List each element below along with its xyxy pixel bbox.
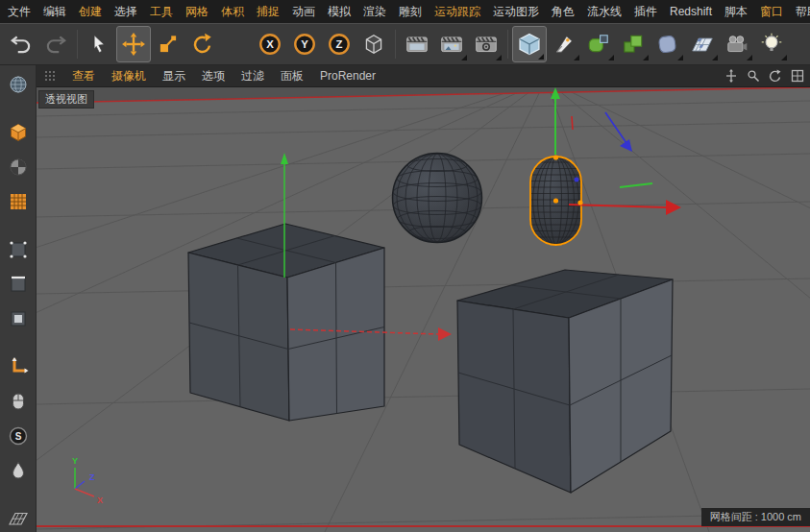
- render-picture-viewer-button[interactable]: [434, 26, 469, 62]
- move-tool-button[interactable]: [116, 26, 151, 62]
- menu-item-tools[interactable]: 工具: [150, 4, 173, 20]
- menu-item-window[interactable]: 窗口: [760, 4, 783, 20]
- menu-item-snap[interactable]: 捕捉: [257, 4, 280, 20]
- undo-button[interactable]: [4, 26, 38, 62]
- model-mode-button[interactable]: [2, 117, 35, 148]
- y-axis-lock-button[interactable]: Y: [287, 26, 322, 62]
- polygons-mode-icon: [7, 307, 30, 330]
- pen-tool-button[interactable]: [547, 26, 581, 62]
- polygons-mode-button[interactable]: [2, 303, 35, 334]
- x-axis-lock-button[interactable]: X: [253, 26, 287, 62]
- cube-object-right[interactable]: [457, 270, 673, 493]
- points-mode-button[interactable]: [2, 234, 35, 265]
- toggle-views-button[interactable]: [789, 67, 806, 85]
- menu-item-render[interactable]: 渲染: [363, 4, 386, 20]
- cube-primitive-icon: [516, 31, 543, 58]
- menu-item-pipeline[interactable]: 流水线: [587, 4, 622, 20]
- menu-item-script[interactable]: 脚本: [724, 4, 748, 20]
- menu-item-volume[interactable]: 体积: [221, 4, 244, 20]
- left-toolbar: S: [0, 65, 37, 532]
- viewport: 查看 摄像机 显示 选项 过滤 面板 ProRender: [37, 65, 810, 532]
- viewport-menu-cameras[interactable]: 摄像机: [111, 68, 146, 85]
- gizmo-handle-top: [553, 155, 558, 159]
- viewport-menu-grip-icon[interactable]: [44, 70, 56, 82]
- generators-icon: [621, 32, 646, 57]
- make-editable-button[interactable]: [2, 69, 35, 100]
- viewport-menu-filter[interactable]: 过滤: [241, 68, 264, 85]
- cube-object-left[interactable]: [188, 224, 384, 421]
- render-view-button[interactable]: [400, 26, 434, 62]
- menu-item-select[interactable]: 选择: [114, 4, 137, 20]
- subdivision-surface-button[interactable]: [581, 26, 616, 62]
- coordinate-system-button[interactable]: [356, 26, 391, 62]
- menu-item-simulate[interactable]: 模拟: [328, 4, 351, 20]
- z-axis-lock-button[interactable]: Z: [322, 26, 356, 62]
- menu-item-mesh[interactable]: 网格: [185, 4, 209, 20]
- viewport-filter-button[interactable]: [2, 386, 35, 417]
- edges-mode-icon: [7, 273, 30, 296]
- render-picture-viewer-icon: [439, 32, 464, 57]
- rotate-view-button[interactable]: [767, 67, 784, 85]
- pan-view-button[interactable]: [723, 67, 740, 85]
- ground-grid: [37, 87, 810, 532]
- scale-tool-icon: [156, 32, 181, 57]
- viewport-canvas[interactable]: 透视视图 网格间距 : 1000 cm: [37, 87, 810, 532]
- add-cube-button[interactable]: [512, 26, 547, 62]
- z-lock-icon: Z: [327, 32, 352, 57]
- pen-spline-icon: [552, 32, 577, 57]
- viewport-filter-icon: [7, 390, 30, 413]
- menu-item-extensions[interactable]: 插件: [634, 4, 657, 20]
- model-mode-icon: [7, 121, 30, 144]
- toolbar-separator: [507, 30, 508, 59]
- scale-tool-button[interactable]: [151, 26, 185, 62]
- toolbar-separator: [77, 30, 78, 59]
- sphere-object[interactable]: [393, 154, 482, 243]
- viewport-menu-options[interactable]: 选项: [202, 68, 225, 85]
- redo-button[interactable]: [38, 26, 73, 62]
- enable-axis-button[interactable]: [2, 351, 35, 382]
- workplane-mode-icon: [7, 190, 30, 213]
- points-mode-icon: [7, 238, 30, 261]
- menu-item-edit[interactable]: 编辑: [43, 4, 66, 20]
- rotate-tool-button[interactable]: [185, 26, 220, 62]
- deformers-button[interactable]: [650, 26, 685, 62]
- viewport-menu-display[interactable]: 显示: [162, 68, 185, 85]
- edges-mode-button[interactable]: [2, 269, 35, 300]
- gizmo-handle-center: [553, 198, 558, 203]
- viewport-menu-prorender[interactable]: ProRender: [320, 69, 376, 83]
- menu-item-redshift[interactable]: Redshift: [670, 5, 712, 18]
- toolbar-separator: [395, 30, 396, 59]
- axis-x-label: X: [97, 496, 103, 505]
- viewport-menu-bar: 查看 摄像机 显示 选项 过滤 面板 ProRender: [37, 65, 810, 87]
- scene-canvas[interactable]: Y Z X: [37, 87, 810, 532]
- menu-item-help[interactable]: 帮助: [796, 4, 810, 20]
- render-view-icon: [405, 32, 430, 57]
- menu-item-create[interactable]: 创建: [79, 4, 102, 20]
- viewport-menu-panel[interactable]: 面板: [281, 68, 304, 85]
- zoom-view-icon: [747, 69, 760, 83]
- workplane-mode-button[interactable]: [2, 186, 35, 217]
- camera-button[interactable]: [720, 26, 754, 62]
- menu-item-motion-tracker[interactable]: 运动跟踪: [434, 4, 480, 20]
- y-lock-icon: Y: [292, 32, 317, 57]
- viewport-menu-view[interactable]: 查看: [72, 68, 95, 85]
- menu-item-animate[interactable]: 动画: [292, 4, 315, 20]
- snapping-button[interactable]: S: [2, 421, 35, 451]
- menu-item-sculpt[interactable]: 雕刻: [399, 4, 422, 20]
- environment-button[interactable]: [685, 26, 720, 62]
- zoom-view-button[interactable]: [745, 67, 762, 85]
- menu-item-mograph[interactable]: 运动图形: [493, 4, 539, 20]
- texture-mode-button[interactable]: [2, 152, 35, 182]
- light-button[interactable]: [754, 26, 789, 62]
- generators-button[interactable]: [616, 26, 650, 62]
- view-label[interactable]: 透视视图: [38, 90, 94, 109]
- menu-item-character[interactable]: 角色: [552, 4, 575, 20]
- live-selection-button[interactable]: [82, 26, 116, 62]
- menu-item-file[interactable]: 文件: [8, 4, 31, 20]
- workplane-snap-button[interactable]: [2, 503, 35, 532]
- render-settings-button[interactable]: [469, 26, 503, 62]
- axis-z-label: Z: [89, 472, 95, 482]
- paint-button[interactable]: [2, 455, 35, 486]
- move-tool-icon: [121, 32, 146, 57]
- enable-axis-icon: [7, 355, 30, 378]
